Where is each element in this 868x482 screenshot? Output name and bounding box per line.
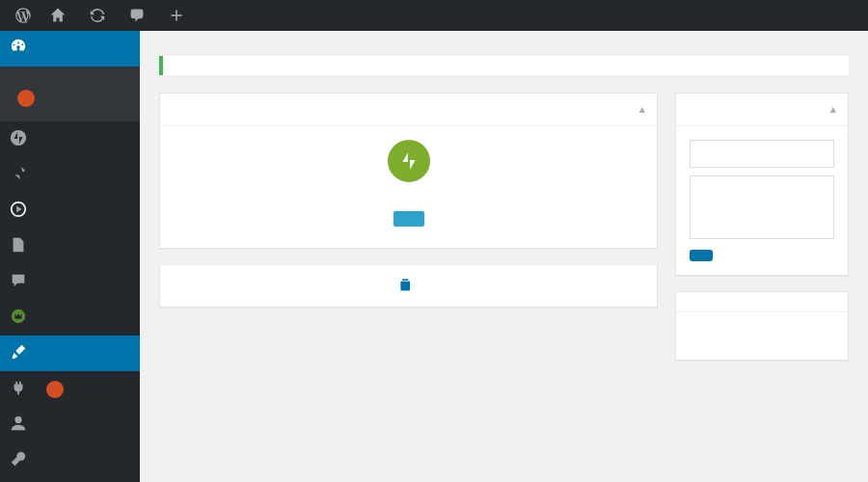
menu-settings[interactable] (0, 478, 140, 482)
menu-plugins[interactable] (0, 371, 140, 407)
plugin-icon (10, 379, 27, 399)
menu-jetpack[interactable] (0, 121, 140, 157)
media-icon (10, 201, 27, 221)
new-content[interactable] (161, 0, 197, 31)
collapse-icon[interactable]: ▴ (830, 103, 836, 116)
page-copy-icon (398, 277, 414, 295)
plugins-badge (46, 381, 64, 398)
comment-icon (10, 272, 27, 292)
draft-content-textarea[interactable] (690, 175, 834, 239)
brush-icon (10, 343, 27, 363)
update-icon (90, 8, 105, 23)
page-icon (10, 236, 27, 256)
comments-icon (129, 8, 145, 23)
draft-title-input[interactable] (690, 140, 834, 168)
menu-marketplace[interactable] (0, 300, 140, 335)
submenu-home[interactable] (0, 72, 140, 84)
home-icon (50, 8, 66, 23)
updates-link[interactable] (82, 0, 118, 31)
svg-point-3 (14, 416, 21, 423)
save-draft-button[interactable] (690, 250, 713, 261)
menu-comments[interactable] (0, 264, 140, 300)
menu-dashboard[interactable] (0, 31, 140, 67)
svg-point-0 (11, 130, 26, 146)
plus-icon (169, 8, 184, 23)
connect-button[interactable] (393, 211, 424, 227)
admin-sidebar (0, 31, 140, 482)
updates-badge (17, 90, 35, 107)
news-header[interactable] (676, 292, 848, 312)
menu-tools[interactable] (0, 442, 140, 478)
wp-logo[interactable] (8, 0, 39, 31)
admin-toolbar (0, 0, 868, 31)
main-content: ▴ (140, 31, 868, 482)
at-a-glance-postbox (159, 264, 658, 308)
menu-media[interactable] (0, 193, 140, 228)
collapse-icon[interactable]: ▴ (639, 103, 645, 116)
jetpack-postbox: ▴ (159, 93, 658, 249)
coming-soon-notice (159, 56, 849, 75)
menu-users[interactable] (0, 407, 140, 442)
menu-pages[interactable] (0, 228, 140, 264)
dashboard-icon (10, 39, 27, 59)
comments-link[interactable] (122, 0, 157, 31)
menu-appearance[interactable] (0, 335, 140, 371)
pin-icon (10, 165, 27, 185)
submenu-updates[interactable] (0, 84, 140, 116)
user-icon (10, 415, 27, 435)
news-postbox (675, 291, 849, 361)
quick-draft-header[interactable]: ▴ (676, 94, 848, 126)
jetpack-box-header[interactable]: ▴ (160, 94, 657, 126)
menu-posts[interactable] (0, 157, 140, 193)
site-link[interactable] (42, 0, 78, 31)
mojo-link[interactable] (201, 0, 216, 31)
jetpack-icon (10, 129, 27, 149)
tools-icon (10, 450, 27, 470)
jetpack-logo (388, 140, 430, 182)
dashboard-submenu (0, 67, 140, 121)
marketplace-icon (10, 308, 27, 328)
pages-count-link[interactable] (398, 277, 420, 295)
quick-draft-postbox: ▴ (675, 93, 849, 276)
wordpress-icon (15, 8, 31, 23)
